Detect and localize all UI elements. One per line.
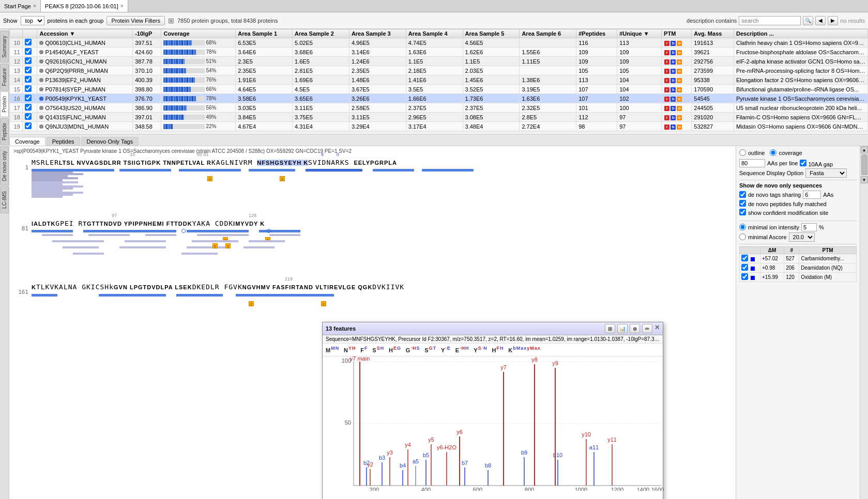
scroll-thumb[interactable] — [861, 154, 867, 175]
tab-start-close[interactable]: × — [33, 3, 36, 9]
row-checkbox[interactable] — [23, 113, 37, 122]
table-row[interactable]: 12 Q92616|GCN1_HUMAN 387.78 51% 2.3E5 1.… — [10, 57, 868, 66]
search-input[interactable] — [739, 16, 801, 25]
col-mass[interactable]: Avg. Mass — [692, 29, 734, 38]
ptm-check[interactable] — [740, 254, 760, 263]
de-novo-tags-value[interactable] — [803, 191, 821, 199]
sidebar-tab-feature[interactable]: Feature — [0, 64, 9, 90]
sequence-panel[interactable]: >sp|P00549|KPYK1_YEAST Pyruvate kinase 1… — [9, 146, 736, 499]
ptm-row[interactable]: +0.98 206 Deamidation (NQ) — [740, 263, 857, 273]
spectrum-toolbar-btn1[interactable]: ⊞ — [605, 324, 615, 333]
ptm-color — [751, 276, 755, 280]
row-area4: 3.17E4 — [406, 122, 463, 131]
ten-aa-gap-check[interactable]: 10AA gap — [800, 160, 833, 167]
col-desc[interactable]: Description ... — [734, 29, 867, 38]
tab-peaks8[interactable]: PEAKS 8 [2020-10-06 16:01] × — [41, 0, 128, 12]
tab-denovo-tags[interactable]: Denovo Only Tags — [81, 137, 139, 146]
ptm-row[interactable]: +57.02 527 Carbamidomethy... — [740, 254, 857, 263]
table-scroll[interactable]: Accession ▼ -10lgP Coverage Area Sample … — [9, 29, 868, 132]
row-accession[interactable]: Q6P2Q9|PRR8_HUMAN — [37, 66, 133, 75]
spectrum-toolbar-btn3[interactable]: ⊕ — [630, 324, 640, 333]
col-logp[interactable]: -10lgP — [133, 29, 161, 38]
tab-peptides[interactable]: Peptides — [47, 137, 80, 146]
col-area4[interactable]: Area Sample 4 — [406, 29, 463, 38]
min-ascore-select[interactable]: 20.0 — [789, 232, 815, 242]
col-accession[interactable]: Accession ▼ — [37, 29, 133, 38]
min-ion-radio[interactable] — [739, 224, 746, 231]
col-coverage[interactable]: Coverage — [161, 29, 236, 38]
table-row[interactable]: 10 Q00610|CLH1_HUMAN 397.51 68% 6.53E5 5… — [10, 38, 868, 48]
row-area6: 2.8E5 — [520, 113, 576, 122]
min-ascore-radio[interactable] — [739, 233, 746, 241]
table-row[interactable]: 18 Q14315|FLNC_HUMAN 397.01 49% 3.84E5 3… — [10, 113, 868, 122]
row-accession[interactable]: P00549|KPYK1_YEAST — [37, 94, 133, 103]
aas-per-line-input[interactable] — [739, 159, 765, 167]
col-peptides[interactable]: #Peptides — [576, 29, 617, 38]
acc-icon — [39, 115, 43, 119]
de-novo-matched-check[interactable] — [739, 200, 746, 208]
scroll-up-btn[interactable]: ▲ — [861, 146, 868, 153]
sidebar-tab-lcims[interactable]: LC-IMS — [0, 186, 9, 213]
row-checkbox[interactable] — [23, 94, 37, 103]
col-area3[interactable]: Area Sample 3 — [349, 29, 406, 38]
row-accession[interactable]: P07814|SYEP_HUMAN — [37, 85, 133, 94]
show-select[interactable]: top — [21, 16, 44, 25]
tab-coverage[interactable]: Coverage — [9, 137, 45, 146]
ptm-check[interactable] — [740, 273, 760, 282]
tab-peaks8-close[interactable]: × — [120, 3, 124, 9]
ptm-row[interactable]: +15.99 120 Oxidation (M) — [740, 273, 857, 282]
table-row[interactable]: 17 O75643|US20_HUMAN 386.90 56% 3.03E5 3… — [10, 103, 868, 113]
table-row[interactable]: 13 Q6P2Q9|PRR8_HUMAN 370.10 54% 2.35E5 2… — [10, 66, 868, 75]
row-accession[interactable]: P13639|EF2_HUMAN — [37, 75, 133, 85]
row-accession[interactable]: Q14315|FLNC_HUMAN — [37, 113, 133, 122]
row-accession[interactable]: Q00610|CLH1_HUMAN — [37, 38, 133, 48]
col-area1[interactable]: Area Sample 1 — [236, 29, 293, 38]
min-ion-input[interactable] — [801, 223, 817, 231]
table-row[interactable]: 11 P14540|ALF_YEAST 424.60 78% 3.64E6 3.… — [10, 48, 868, 57]
ptm-name: Oxidation (M) — [799, 273, 857, 282]
coverage-radio[interactable]: coverage — [770, 149, 802, 156]
col-ptm[interactable]: PTM — [662, 29, 692, 38]
spectrum-close-btn[interactable]: ✕ — [654, 324, 660, 333]
protein-view-filters-btn[interactable]: Protein View Filters — [106, 16, 165, 25]
seq-display-select[interactable]: Fasta — [805, 168, 847, 178]
sidebar-tab-denovo[interactable]: De novo only — [0, 146, 9, 185]
table-row[interactable]: 19 Q9NJU3|MDN1_HUMAN 348.58 22% 4.67E4 4… — [10, 122, 868, 131]
row-accession[interactable]: Q9NJU3|MDN1_HUMAN — [37, 122, 133, 131]
row-accession[interactable]: Q92616|GCN1_HUMAN — [37, 57, 133, 66]
sidebar-tab-peptide[interactable]: Peptide — [0, 118, 9, 145]
spectrum-toolbar-btn2[interactable]: 📊 — [617, 324, 628, 333]
row-checkbox[interactable] — [23, 122, 37, 131]
search-prev-btn[interactable]: ◀ — [815, 16, 826, 25]
confident-mod-check[interactable] — [739, 209, 746, 216]
row-checkbox[interactable] — [23, 85, 37, 94]
table-row[interactable]: 16 P00549|KPYK1_YEAST 376.70 78% 3.58E6 … — [10, 94, 868, 103]
de-novo-tags-check[interactable] — [739, 191, 746, 199]
col-area5[interactable]: Area Sample 5 — [463, 29, 520, 38]
search-next-btn[interactable]: ▶ — [828, 16, 838, 25]
search-btn[interactable]: 🔍 — [803, 16, 813, 25]
col-area2[interactable]: Area Sample 2 — [293, 29, 349, 38]
row-checkbox[interactable] — [23, 103, 37, 113]
sidebar-tab-protein[interactable]: Protein — [0, 91, 9, 117]
table-row[interactable]: 15 P07814|SYEP_HUMAN 398.80 66% 4.64E5 4… — [10, 85, 868, 94]
tab-start-page[interactable]: Start Page × — [0, 0, 41, 12]
scroll-down-btn[interactable]: ▼ — [861, 176, 868, 183]
row-checkbox[interactable] — [23, 57, 37, 66]
row-coverage: 68% — [161, 38, 236, 48]
row-checkbox[interactable] — [23, 75, 37, 85]
row-checkbox[interactable] — [23, 48, 37, 57]
col-area6[interactable]: Area Sample 6 — [520, 29, 576, 38]
seq-line-3: 161 219 KTLKVKALNA GKICSHkGVN LPGTDVDLPA… — [13, 282, 732, 314]
spectrum-toolbar-btn4[interactable]: ✏ — [642, 324, 652, 333]
col-unique[interactable]: #Unique ▼ — [617, 29, 662, 38]
sidebar-tab-summary[interactable]: Summary — [0, 31, 9, 63]
table-row[interactable]: 14 P13639|EF2_HUMAN 400.39 76% 1.91E6 1.… — [10, 75, 868, 85]
row-checkbox[interactable] — [23, 66, 37, 75]
seq-text-2: IALDTKGPEI RTGTTTNDVD YPIPPNHEMI FTTDDKY… — [32, 219, 732, 228]
row-accession[interactable]: P14540|ALF_YEAST — [37, 48, 133, 57]
row-checkbox[interactable] — [23, 38, 37, 48]
outline-radio[interactable]: outline — [739, 149, 765, 156]
row-accession[interactable]: O75643|US20_HUMAN — [37, 103, 133, 113]
ptm-check[interactable] — [740, 263, 760, 273]
